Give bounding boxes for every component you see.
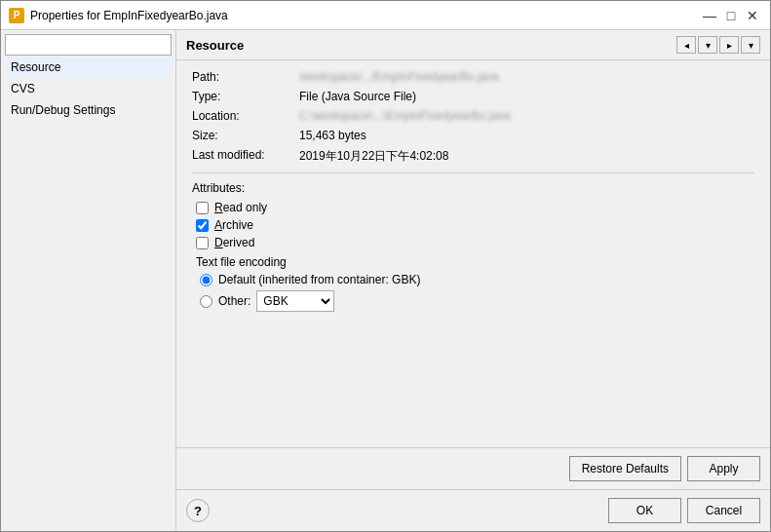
encoding-section: Text file encoding Default (inherited fr…: [196, 255, 754, 312]
property-location: Location: C:\workspace\...\EmpInFixedyea…: [192, 109, 754, 123]
dialog-icon: P: [9, 8, 24, 23]
restore-defaults-button[interactable]: Restore Defaults: [569, 456, 681, 481]
property-type: Type: File (Java Source File): [192, 90, 754, 103]
nav-dropdown-button[interactable]: ▾: [698, 36, 717, 54]
property-path: Path: /workspace/.../EmpInFixedyearBo.ja…: [192, 70, 754, 84]
nav-menu-button[interactable]: ▾: [741, 36, 760, 54]
window-controls: — □ ✕: [700, 6, 762, 25]
default-encoding-radio[interactable]: [200, 274, 212, 286]
action-row: Restore Defaults Apply: [176, 448, 770, 490]
content-header: Resource ◂ ▾ ▸ ▾: [176, 30, 770, 60]
other-encoding-label[interactable]: Other:: [218, 294, 251, 308]
dialog-title: Properties for EmpInFixedyearBo.java: [30, 9, 228, 22]
derived-label[interactable]: Derived: [214, 236, 254, 249]
sidebar-item-resource[interactable]: Resource: [5, 57, 172, 77]
checkbox-derived: Derived: [196, 236, 754, 249]
nav-buttons: ◂ ▾ ▸ ▾: [676, 36, 760, 54]
search-input[interactable]: [5, 34, 172, 56]
attributes-label: Attributes:: [192, 181, 754, 195]
sidebar-item-cvs[interactable]: CVS: [5, 79, 172, 98]
readonly-checkbox[interactable]: [196, 202, 209, 214]
nav-back-button[interactable]: ◂: [676, 36, 696, 54]
nav-forward-button[interactable]: ▸: [719, 36, 739, 54]
sidebar-item-run-debug[interactable]: Run/Debug Settings: [5, 100, 172, 120]
close-button[interactable]: ✕: [743, 6, 762, 25]
radio-other-encoding: Other: GBK UTF-8 ISO-8859-1: [200, 290, 754, 312]
cancel-button[interactable]: Cancel: [687, 498, 760, 523]
encoding-title: Text file encoding: [196, 255, 754, 269]
sidebar: Resource CVS Run/Debug Settings: [1, 30, 176, 531]
bottom-bar: Restore Defaults Apply ? OK Cancel: [176, 447, 770, 531]
default-encoding-label[interactable]: Default (inherited from container: GBK): [218, 273, 420, 286]
help-button[interactable]: ?: [186, 499, 210, 522]
maximize-button[interactable]: □: [721, 6, 741, 25]
dialog-row: ? OK Cancel: [176, 490, 770, 531]
title-bar: P Properties for EmpInFixedyearBo.java —…: [1, 1, 770, 30]
encoding-select[interactable]: GBK UTF-8 ISO-8859-1: [256, 290, 334, 312]
radio-default-encoding: Default (inherited from container: GBK): [200, 273, 754, 286]
checkbox-readonly: Read only: [196, 201, 754, 214]
minimize-button[interactable]: —: [700, 6, 719, 25]
derived-checkbox[interactable]: [196, 237, 209, 249]
property-size: Size: 15,463 bytes: [192, 129, 754, 142]
content-body: Path: /workspace/.../EmpInFixedyearBo.ja…: [176, 60, 770, 447]
apply-button[interactable]: Apply: [687, 456, 760, 481]
content-area: Resource ◂ ▾ ▸ ▾ Path: /workspace/.../Em…: [176, 30, 770, 531]
separator: [192, 172, 754, 173]
property-last-modified: Last modified: 2019年10月22日下午4:02:08: [192, 148, 754, 165]
ok-cancel-buttons: OK Cancel: [608, 498, 760, 523]
checkbox-archive: Archive: [196, 218, 754, 232]
dialog-window: P Properties for EmpInFixedyearBo.java —…: [0, 0, 771, 532]
title-bar-left: P Properties for EmpInFixedyearBo.java: [9, 8, 228, 23]
main-content: Resource CVS Run/Debug Settings Resource…: [1, 30, 770, 531]
ok-button[interactable]: OK: [608, 498, 681, 523]
content-title: Resource: [186, 38, 244, 53]
archive-label[interactable]: Archive: [214, 218, 253, 232]
other-encoding-radio[interactable]: [200, 295, 212, 308]
readonly-label[interactable]: Read only: [214, 201, 267, 214]
archive-checkbox[interactable]: [196, 219, 209, 232]
